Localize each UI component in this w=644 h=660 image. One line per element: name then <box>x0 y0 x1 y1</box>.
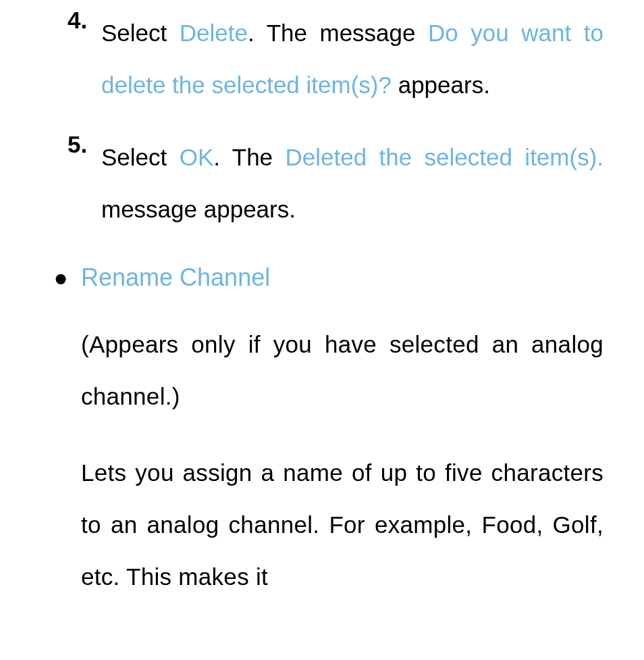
rename-channel-para2: Lets you assign a name of up to five cha… <box>81 447 603 603</box>
step-4: 4. Select Delete. The message Do you wan… <box>41 7 603 111</box>
rename-channel-section: ● Rename Channel (Appears only if you ha… <box>41 262 603 627</box>
step-5-t2: . The <box>213 144 285 170</box>
step-5-t1: Select <box>101 144 180 170</box>
step-5-number: 5. <box>68 131 101 235</box>
step-4-t1: Select <box>101 20 180 46</box>
step-4-t3: appears. <box>392 72 490 98</box>
ui-delete-label: Delete <box>180 20 248 46</box>
step-5-text: Select OK. The Deleted the selected item… <box>101 131 603 235</box>
step-4-t2: . The message <box>248 20 428 46</box>
rename-channel-para1: (Appears only if you have selected an an… <box>81 318 603 422</box>
document-page: 4. Select Delete. The message Do you wan… <box>0 0 644 627</box>
rename-channel-content: Rename Channel (Appears only if you have… <box>81 262 603 627</box>
rename-channel-heading: Rename Channel <box>81 262 603 294</box>
ui-ok-label: OK <box>180 144 214 170</box>
step-4-number: 4. <box>68 7 101 111</box>
ui-deleted-message: Deleted the selected item(s). <box>285 144 603 170</box>
bullet-icon: ● <box>41 262 81 627</box>
step-4-text: Select Delete. The message Do you want t… <box>101 7 603 111</box>
step-5-t3: message appears. <box>101 196 296 222</box>
step-5: 5. Select OK. The Deleted the selected i… <box>41 131 603 235</box>
